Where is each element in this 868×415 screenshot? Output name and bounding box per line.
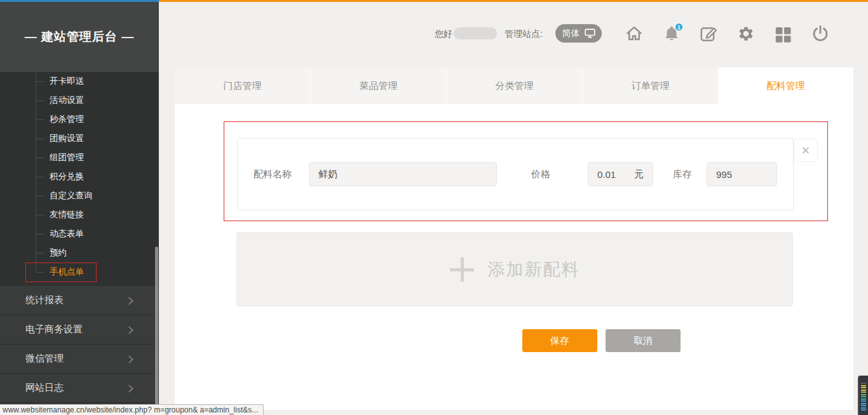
tab-bar: 门店管理 菜品管理 分类管理 订单管理 配料管理 xyxy=(175,67,853,104)
chevron-right-icon xyxy=(125,326,133,334)
edit-icon[interactable] xyxy=(699,24,718,43)
sidebar-item-dynamic-form[interactable]: 动态表单 xyxy=(0,224,159,243)
ingredient-name-field[interactable] xyxy=(309,162,497,186)
stock-input[interactable] xyxy=(716,169,768,180)
tab-category-management[interactable]: 分类管理 xyxy=(446,67,582,104)
logout-power-icon[interactable] xyxy=(811,24,830,43)
sidebar-group-label: 电子商务设置 xyxy=(25,323,83,336)
sidebar-group-ecommerce[interactable]: 电子商务设置 xyxy=(0,315,159,344)
stock-field[interactable] xyxy=(707,162,777,186)
sidebar-item-activity[interactable]: 活动设置 xyxy=(0,91,159,110)
sidebar-item-teambuy[interactable]: 组团管理 xyxy=(0,148,159,167)
site-language-pill[interactable]: 简体 xyxy=(555,24,602,43)
sidebar-item-card-gift[interactable]: 开卡即送 xyxy=(0,72,159,91)
stock-label: 库存 xyxy=(673,168,692,180)
sidebar-group-statistics[interactable]: 统计报表 xyxy=(0,286,159,315)
ingredient-name-label: 配料名称 xyxy=(254,168,292,180)
sidebar-item-links[interactable]: 友情链接 xyxy=(0,205,159,224)
content-panel: 门店管理 菜品管理 分类管理 订单管理 配料管理 配料名称 价格 元 库存 xyxy=(175,67,853,410)
sidebar-item-reservation[interactable]: 预约 xyxy=(0,243,159,262)
topbar-orange-strip xyxy=(159,0,868,2)
tab-ingredient-management[interactable]: 配料管理 xyxy=(718,67,853,104)
sidebar-item-custom-query[interactable]: 自定义查询 xyxy=(0,186,159,205)
sidebar-group-wechat[interactable]: 微信管理 xyxy=(0,344,159,374)
sidebar-item-points[interactable]: 积分兑换 xyxy=(0,167,159,186)
taskbar-meter-widget xyxy=(858,376,868,415)
price-unit: 元 xyxy=(634,168,644,180)
sidebar-groups: 统计报表 电子商务设置 微信管理 网站日志 xyxy=(0,286,159,415)
chevron-right-icon xyxy=(125,355,133,364)
greeting-text: 您好 xyxy=(435,29,452,40)
browser-status-bar: www.websitemanage.cn/website/index.php? … xyxy=(0,404,264,415)
tab-content: 配料名称 价格 元 库存 × 添加新配料 保存 xyxy=(175,104,853,410)
tab-store-management[interactable]: 门店管理 xyxy=(175,67,310,104)
app-title-text: — 建站管理后台 — xyxy=(25,29,135,45)
sidebar-group-label: 网站日志 xyxy=(25,382,64,394)
notification-badge: 1 xyxy=(674,22,684,32)
sidebar-item-mobile-order[interactable]: 手机点单 xyxy=(0,262,159,282)
tab-order-management[interactable]: 订单管理 xyxy=(582,67,718,104)
add-ingredient-button[interactable]: 添加新配料 xyxy=(236,232,793,306)
ingredient-name-input[interactable] xyxy=(318,169,487,180)
save-button[interactable]: 保存 xyxy=(522,329,597,352)
price-field[interactable]: 元 xyxy=(588,162,653,186)
cancel-button[interactable]: 取消 xyxy=(606,329,681,352)
sidebar-group-sitelog[interactable]: 网站日志 xyxy=(0,374,159,403)
settings-gear-icon[interactable] xyxy=(736,24,755,43)
chevron-right-icon xyxy=(125,297,133,305)
add-ingredient-label: 添加新配料 xyxy=(488,258,580,281)
monitor-icon xyxy=(585,29,595,38)
sidebar-item-groupbuy[interactable]: 团购设置 xyxy=(0,129,159,148)
sidebar-group-label: 微信管理 xyxy=(25,353,64,365)
managed-site-label: 管理站点: xyxy=(505,29,543,40)
apps-grid-icon[interactable] xyxy=(773,24,792,43)
remove-ingredient-button[interactable]: × xyxy=(794,139,818,162)
chevron-right-icon xyxy=(125,384,133,393)
sidebar-submenu: 开卡即送 活动设置 秒杀管理 团购设置 组团管理 积分兑换 自定义查询 友情链接… xyxy=(0,72,159,282)
language-pill-label: 简体 xyxy=(562,28,580,39)
price-label: 价格 xyxy=(531,168,550,180)
sidebar-group-label: 统计报表 xyxy=(25,294,64,306)
close-icon: × xyxy=(802,142,810,159)
price-input[interactable] xyxy=(597,169,625,180)
redacted-username xyxy=(454,27,497,39)
sidebar-scrollbar[interactable] xyxy=(155,247,158,413)
app-title: — 建站管理后台 — xyxy=(0,2,159,72)
sidebar: — 建站管理后台 — 开卡即送 活动设置 秒杀管理 团购设置 组团管理 积分兑换… xyxy=(0,2,159,415)
ingredient-card: 配料名称 价格 元 库存 xyxy=(237,138,794,210)
sidebar-item-seckill[interactable]: 秒杀管理 xyxy=(0,110,159,129)
notifications-bell-icon[interactable]: 1 xyxy=(662,24,681,43)
tab-dish-management[interactable]: 菜品管理 xyxy=(310,67,446,104)
plus-icon xyxy=(450,257,474,282)
ingredient-row-highlight: 配料名称 价格 元 库存 × xyxy=(224,121,828,221)
home-icon[interactable] xyxy=(625,24,644,43)
